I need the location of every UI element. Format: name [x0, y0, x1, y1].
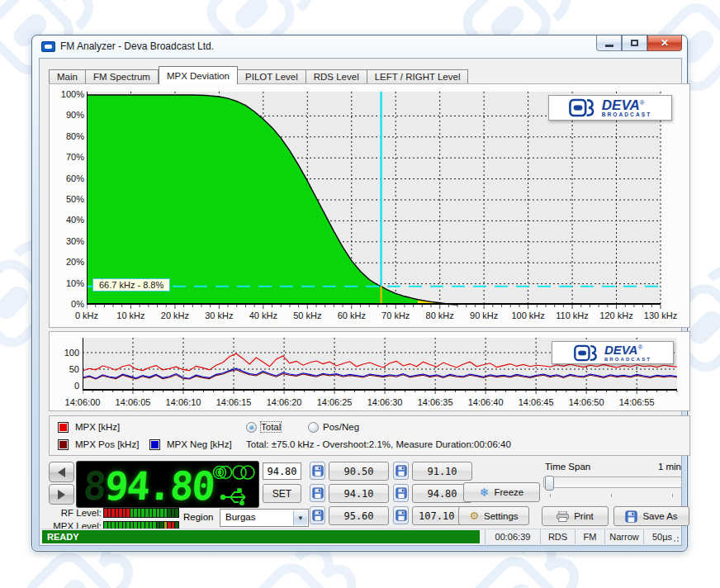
history-chart-panel: 100500 14:06:0014:06:0514:06:1014:06:151… [49, 331, 690, 411]
tab-fm-spectrum[interactable]: FM Spectrum [86, 69, 159, 84]
tick-label: 14:06:55 [609, 397, 664, 407]
tab-rds-level[interactable]: RDS Level [306, 69, 367, 84]
frequency-up-button[interactable] [49, 484, 74, 505]
tick-label: 14:06:50 [559, 397, 613, 407]
time-span-value: 1 min [627, 462, 681, 472]
save-preset-1-button[interactable] [310, 462, 325, 480]
tick-label: 30 kHz [197, 311, 240, 320]
tab-main[interactable]: Main [49, 69, 86, 84]
client-area: Main FM Spectrum MPX Deviation PILOT Lev… [39, 58, 682, 546]
tick-label: 30% [51, 236, 84, 246]
meter-segment [149, 509, 153, 517]
meter-segment [126, 509, 130, 517]
meter-segment [164, 509, 168, 517]
set-button[interactable]: SET [263, 484, 301, 503]
status-ready: READY [42, 530, 480, 543]
rf-level-label: RF Level: [50, 508, 102, 518]
region-dropdown[interactable]: Burgas ▼ [220, 509, 309, 527]
measure-summary: Total: ±75.0 kHz - Overshoot:2.1%, Measu… [246, 439, 511, 449]
tick-label: 10 kHz [109, 311, 152, 320]
tick-label: 80% [51, 131, 84, 141]
printer-icon [557, 511, 569, 522]
meter-segment [104, 509, 107, 517]
time-span-slider-thumb[interactable] [545, 476, 554, 491]
slider-tick [672, 494, 673, 497]
tick-label: 70% [51, 152, 84, 162]
frequency-display: 894.80 [76, 461, 259, 508]
save-as-label: Save As [642, 511, 677, 521]
meter-segment [134, 509, 137, 517]
frequency-down-button[interactable] [49, 462, 74, 482]
total-radio-label[interactable]: Total [261, 422, 281, 432]
logo-brand: DEVA [604, 343, 638, 357]
save-preset-5-button[interactable] [310, 506, 325, 524]
save-as-button[interactable]: Save As [613, 506, 689, 526]
stereo-usb-icons [212, 464, 255, 505]
preset-95-60-button[interactable]: 95.60 [329, 506, 389, 525]
desktop: { "window": { "title": "FM Analyzer - De… [0, 0, 720, 588]
meter-segment [111, 509, 115, 517]
total-radio[interactable] [246, 422, 257, 433]
tab-left-right-level[interactable]: LEFT / RIGHT Level [367, 69, 469, 84]
time-span-label: Time Span [545, 462, 590, 472]
mpx-neg-legend-label: MPX Neg [kHz] [167, 439, 232, 449]
tick-label: 14:06:30 [358, 397, 412, 407]
led-frequency-value: 94.80 [103, 463, 215, 509]
close-button[interactable]: ✕ [647, 36, 682, 51]
time-span-slider[interactable] [543, 477, 682, 488]
tick-label: 14:06:10 [156, 397, 211, 407]
floppy-icon [312, 487, 324, 499]
tick-label: 14:06:05 [106, 397, 160, 407]
tick-label: 60% [51, 173, 84, 183]
slider-tick [550, 494, 551, 497]
frequency-input[interactable]: 94.80 [263, 462, 301, 480]
status-narrow: Narrow [604, 529, 643, 544]
region-label: Region [183, 512, 213, 522]
tab-pilot-level[interactable]: PILOT Level [238, 69, 306, 84]
status-bar: READY 00:06:39 RDS FM Narrow 50µs [40, 529, 680, 544]
posneg-radio-label[interactable]: Pos/Neg [323, 422, 359, 432]
tick-label: 0 [56, 381, 79, 391]
minimize-button[interactable] [596, 36, 622, 51]
snowflake-icon: ❄ [480, 486, 490, 499]
meter-segment [157, 509, 160, 517]
freeze-button[interactable]: ❄Freeze [463, 482, 540, 502]
meter-segment [116, 509, 119, 517]
floppy-icon [312, 510, 324, 521]
meter-segment [141, 509, 144, 517]
resize-grip[interactable] [671, 534, 680, 543]
tick-label: 14:06:20 [257, 397, 311, 407]
preset-94-10-button[interactable]: 94.10 [329, 484, 389, 503]
preset-91-10-button[interactable]: 91.10 [412, 462, 472, 481]
save-preset-6-button[interactable] [393, 506, 409, 524]
tick-label: 10% [51, 278, 84, 288]
logo-registered-mark: ® [637, 344, 642, 351]
tick-label: 20% [51, 257, 84, 267]
tick-label: 60 kHz [330, 311, 373, 320]
print-button[interactable]: Print [542, 506, 609, 526]
tab-mpx-deviation[interactable]: MPX Deviation [159, 66, 238, 84]
tick-label: 70 kHz [374, 311, 417, 320]
dropdown-arrow-icon[interactable]: ▼ [293, 510, 307, 525]
floppy-icon [312, 465, 324, 477]
tick-label: 90 kHz [462, 311, 505, 320]
status-fm: FM [575, 529, 604, 544]
tick-label: 14:06:25 [307, 397, 362, 407]
save-preset-4-button[interactable] [393, 484, 409, 502]
save-preset-2-button[interactable] [393, 462, 409, 480]
settings-label: Settings [484, 511, 519, 521]
minimize-icon [605, 45, 613, 47]
tick-label: 0% [51, 299, 84, 309]
save-preset-3-button[interactable] [310, 484, 325, 502]
preset-90-50-button[interactable]: 90.50 [329, 462, 389, 481]
mpx-pos-legend-label: MPX Pos [kHz] [75, 439, 139, 449]
title-bar[interactable]: FM Analyzer - Deva Broadcast Ltd. ✕ [32, 36, 687, 58]
posneg-radio[interactable] [308, 422, 319, 433]
meter-segment [123, 509, 126, 517]
tick-label: 100 [56, 348, 79, 358]
app-window: FM Analyzer - Deva Broadcast Ltd. ✕ Main… [31, 35, 688, 552]
settings-button[interactable]: ⚙Settings [458, 506, 529, 525]
maximize-icon [631, 40, 638, 46]
maximize-button[interactable] [622, 36, 647, 51]
tick-label: 14:06:45 [509, 397, 563, 407]
